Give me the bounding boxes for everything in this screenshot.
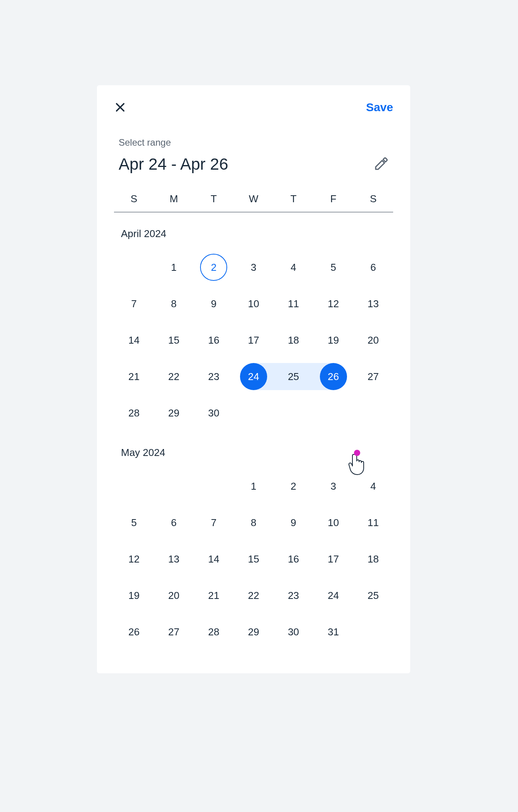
day-cell[interactable]: 4: [353, 473, 393, 500]
save-button[interactable]: Save: [366, 101, 393, 114]
day-number: 12: [128, 553, 140, 565]
day-number: 23: [288, 590, 299, 602]
day-cell[interactable]: 4: [273, 254, 313, 281]
day-cell[interactable]: 5: [313, 254, 353, 281]
day-cell[interactable]: 30: [273, 618, 313, 645]
day-cell[interactable]: 11: [353, 509, 393, 536]
day-number: 20: [168, 590, 180, 602]
day-number: 2: [291, 480, 296, 492]
day-cell[interactable]: 18: [353, 545, 393, 573]
day-cell[interactable]: 25: [273, 363, 313, 390]
day-cell[interactable]: 9: [273, 509, 313, 536]
edit-icon[interactable]: [373, 157, 388, 174]
day-cell[interactable]: 23: [273, 582, 313, 609]
day-cell-empty: [114, 254, 154, 281]
day-cell[interactable]: 13: [154, 545, 194, 573]
day-cell[interactable]: 23: [194, 363, 234, 390]
day-cell[interactable]: 27: [154, 618, 194, 645]
day-cell[interactable]: 7: [194, 509, 234, 536]
day-cell[interactable]: 1: [154, 254, 194, 281]
day-cell[interactable]: 8: [154, 290, 194, 317]
day-number: 9: [291, 517, 296, 529]
day-cell[interactable]: 22: [234, 582, 274, 609]
day-number: 19: [328, 334, 339, 346]
day-cell[interactable]: 19: [114, 582, 154, 609]
day-cell[interactable]: 21: [114, 363, 154, 390]
day-cell[interactable]: 5: [114, 509, 154, 536]
day-cell[interactable]: 24: [234, 363, 274, 390]
day-cell[interactable]: 7: [114, 290, 154, 317]
day-cell[interactable]: 9: [194, 290, 234, 317]
day-cell[interactable]: 11: [273, 290, 313, 317]
day-cell[interactable]: 26: [313, 363, 353, 390]
day-number: 24: [248, 371, 259, 383]
day-number: 7: [211, 517, 216, 529]
day-number: 14: [208, 553, 219, 565]
day-cell-empty: [114, 473, 154, 500]
day-cell[interactable]: 14: [194, 545, 234, 573]
day-cell[interactable]: 20: [154, 582, 194, 609]
day-cell[interactable]: 15: [234, 545, 274, 573]
day-number: 4: [370, 480, 376, 492]
day-cell[interactable]: 12: [313, 290, 353, 317]
day-cell[interactable]: 28: [194, 618, 234, 645]
day-number: 29: [168, 407, 180, 419]
day-cell[interactable]: 15: [154, 327, 194, 354]
day-cell[interactable]: 17: [234, 327, 274, 354]
week-row: 282930: [114, 395, 393, 431]
day-cell[interactable]: 2: [273, 473, 313, 500]
day-number: 9: [211, 298, 216, 310]
day-cell[interactable]: 27: [353, 363, 393, 390]
day-cell[interactable]: 19: [313, 327, 353, 354]
day-cell-empty: [194, 473, 234, 500]
day-cell[interactable]: 20: [353, 327, 393, 354]
day-cell[interactable]: 14: [114, 327, 154, 354]
day-number: 25: [288, 371, 299, 383]
day-cell[interactable]: 17: [313, 545, 353, 573]
day-cell[interactable]: 22: [154, 363, 194, 390]
close-icon[interactable]: [114, 101, 126, 114]
day-cell[interactable]: 26: [114, 618, 154, 645]
day-number: 2: [211, 261, 216, 274]
day-cell[interactable]: 30: [194, 399, 234, 427]
day-cell[interactable]: 18: [273, 327, 313, 354]
day-number: 16: [288, 553, 299, 565]
day-cell[interactable]: 3: [234, 254, 274, 281]
day-cell[interactable]: 16: [273, 545, 313, 573]
day-number: 28: [208, 626, 219, 638]
day-number: 21: [128, 371, 140, 383]
day-number: 14: [128, 334, 140, 346]
day-cell[interactable]: 2: [194, 254, 234, 281]
day-number: 22: [248, 590, 259, 602]
day-number: 8: [171, 298, 176, 310]
day-cell[interactable]: 28: [114, 399, 154, 427]
day-cell[interactable]: 29: [234, 618, 274, 645]
day-number: 13: [168, 553, 180, 565]
day-cell[interactable]: 13: [353, 290, 393, 317]
day-cell[interactable]: 10: [234, 290, 274, 317]
week-row: 19202122232425: [114, 577, 393, 614]
cursor-hand-icon: [347, 451, 369, 476]
day-cell[interactable]: 16: [194, 327, 234, 354]
week-row: 14151617181920: [114, 322, 393, 358]
day-number: 29: [248, 626, 259, 638]
day-cell[interactable]: 6: [353, 254, 393, 281]
day-cell-empty: [154, 473, 194, 500]
day-cell[interactable]: 6: [154, 509, 194, 536]
day-cell[interactable]: 3: [313, 473, 353, 500]
day-cell[interactable]: 21: [194, 582, 234, 609]
header-subtitle: Select range: [119, 137, 228, 148]
day-cell[interactable]: 10: [313, 509, 353, 536]
day-cell[interactable]: 1: [234, 473, 274, 500]
day-number: 17: [328, 553, 339, 565]
day-cell[interactable]: 25: [353, 582, 393, 609]
day-cell[interactable]: 12: [114, 545, 154, 573]
day-cell[interactable]: 24: [313, 582, 353, 609]
day-number: 15: [248, 553, 259, 565]
day-cell[interactable]: 8: [234, 509, 274, 536]
day-number: 15: [168, 334, 180, 346]
weekday-label: S: [114, 193, 154, 205]
day-number: 4: [291, 261, 296, 274]
day-cell[interactable]: 31: [313, 618, 353, 645]
day-cell[interactable]: 29: [154, 399, 194, 427]
